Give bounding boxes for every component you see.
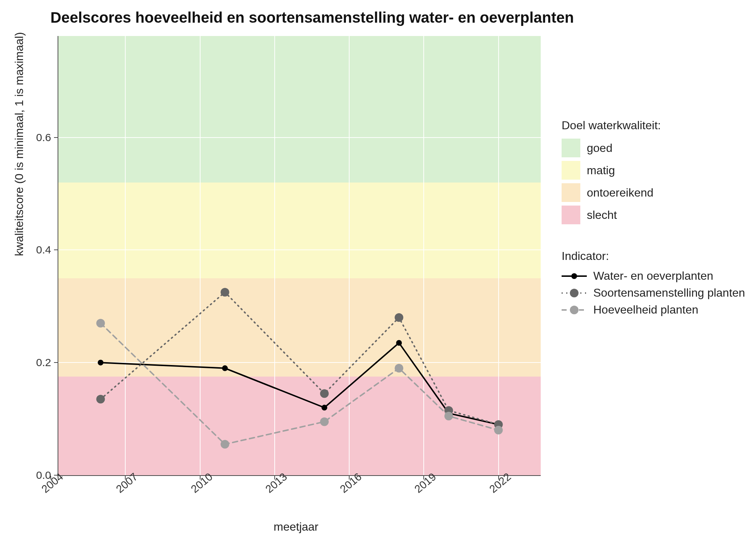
legend-line-icon <box>562 305 587 315</box>
legend-band-item: goed <box>562 139 745 157</box>
legend-series-item: Water- en oeverplanten <box>562 269 745 283</box>
chart-title: Deelscores hoeveelheid en soortensamenst… <box>50 9 574 26</box>
legend-series-item: Hoeveelheid planten <box>562 303 745 316</box>
series-point <box>494 426 503 435</box>
x-axis-label: meetjaar <box>274 520 319 534</box>
y-tick-label: 0.2 <box>22 356 51 369</box>
y-tick <box>54 137 58 138</box>
y-tick-label: 0.4 <box>22 244 51 256</box>
legend-label: matig <box>587 164 615 177</box>
legend-swatch <box>562 161 580 180</box>
y-tick <box>54 249 58 250</box>
svg-point-3 <box>570 289 579 297</box>
series-point <box>96 319 105 328</box>
plot-lines-svg <box>58 36 541 475</box>
series-point <box>395 364 403 373</box>
legend: Doel waterkwaliteit:goedmatigontoereiken… <box>562 119 745 320</box>
legend-swatch <box>562 206 580 224</box>
legend-swatch <box>562 139 580 157</box>
y-tick-label: 0.6 <box>22 131 51 144</box>
legend-line-icon <box>562 288 587 298</box>
legend-bands-title: Doel waterkwaliteit: <box>562 119 745 132</box>
svg-point-5 <box>570 306 579 314</box>
legend-series-title: Indicator: <box>562 249 745 263</box>
legend-band-item: ontoereikend <box>562 183 745 202</box>
series-line <box>100 323 498 444</box>
legend-label: Soortensamenstelling planten <box>593 286 745 300</box>
series-line <box>100 292 498 425</box>
plot-area <box>58 36 541 476</box>
chart-container: Deelscores hoeveelheid en soortensamenst… <box>0 0 756 540</box>
legend-band-item: matig <box>562 161 745 180</box>
series-point <box>321 405 327 410</box>
series-point <box>395 313 403 322</box>
series-point <box>320 389 329 398</box>
legend-label: Hoeveelheid planten <box>593 303 698 316</box>
series-line <box>100 343 498 424</box>
series-point <box>320 417 329 426</box>
legend-series-item: Soortensamenstelling planten <box>562 286 745 300</box>
series-point <box>221 440 229 449</box>
legend-label: Water- en oeverplanten <box>593 269 713 283</box>
svg-point-1 <box>571 273 577 279</box>
series-point <box>96 395 105 404</box>
legend-label: ontoereikend <box>587 186 653 199</box>
series-point <box>221 288 229 297</box>
legend-label: goed <box>587 141 612 155</box>
y-tick <box>54 362 58 363</box>
legend-line-icon <box>562 271 587 282</box>
series-point <box>98 360 103 365</box>
legend-swatch <box>562 183 580 202</box>
y-axis-label: kwaliteitscore (0 is minimaal, 1 is maxi… <box>13 32 26 256</box>
series-point <box>396 340 402 346</box>
legend-label: slecht <box>587 208 617 222</box>
series-point <box>222 365 228 371</box>
series-point <box>444 412 453 420</box>
legend-band-item: slecht <box>562 206 745 224</box>
